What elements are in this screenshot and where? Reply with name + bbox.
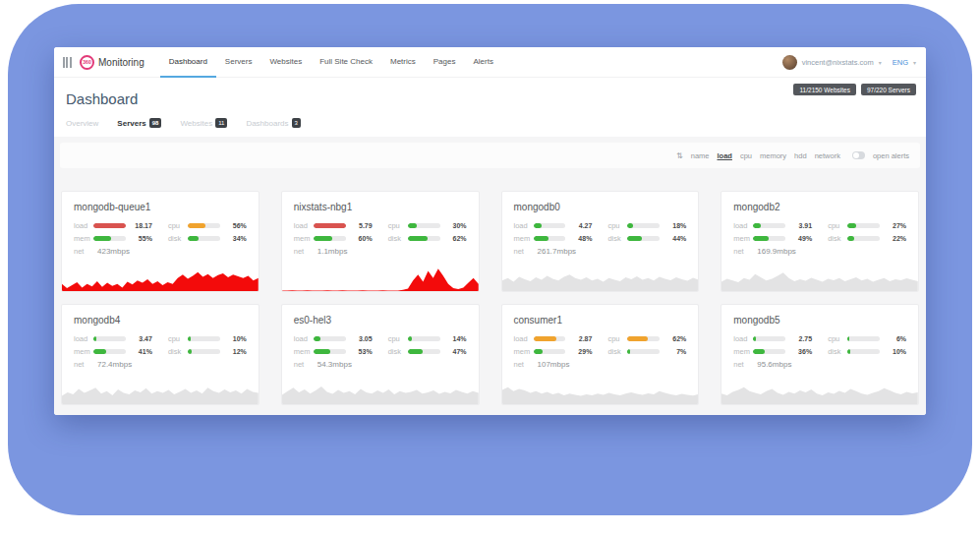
stat-label: net — [294, 360, 310, 369]
server-card[interactable]: mongodb0 load 4.27 cpu 18% mem 48% disk … — [501, 191, 700, 292]
stat-label: mem — [74, 234, 89, 243]
net-value: 54.3mbps — [317, 360, 352, 369]
nav-item-dashboard[interactable]: Dashboard — [160, 47, 216, 78]
stat-value: 7% — [663, 348, 686, 355]
server-name: mongodb5 — [721, 305, 918, 334]
sort-by-memory[interactable]: memory — [760, 151, 786, 160]
server-name: nixstats-nbg1 — [282, 192, 479, 221]
server-card[interactable]: mongodb4 load 3.47 cpu 10% mem 41% disk … — [61, 304, 259, 405]
stat-value: 3.91 — [789, 222, 812, 229]
brand-logo[interactable]: 360 Monitoring — [80, 55, 144, 70]
app-window: 360 Monitoring Dashboard Servers Website… — [54, 47, 926, 415]
server-card[interactable]: mongodb5 load 2.75 cpu 6% mem 36% disk 1… — [721, 304, 919, 405]
stat-label: net — [74, 247, 89, 256]
sort-by-hdd[interactable]: hdd — [794, 151, 807, 160]
server-card[interactable]: consumer1 load 2.87 cpu 62% mem 29% disk… — [501, 304, 700, 405]
disk-progress-bar — [627, 349, 660, 354]
sparkline-chart — [721, 266, 918, 291]
net-value: 1.1mbps — [317, 247, 348, 256]
tab-websites[interactable]: Websites 11 — [180, 118, 227, 128]
server-stats: load 18.17 cpu 56% mem 55% disk 34% net — [62, 221, 259, 256]
stat-net: net 72.4mbps — [74, 360, 152, 369]
stat-disk: disk 12% — [168, 347, 247, 356]
tab-dashboards[interactable]: Dashboards 3 — [246, 118, 300, 128]
mem-progress-bar — [93, 236, 126, 241]
load-progress-bar — [534, 223, 566, 228]
mem-progress-bar — [534, 349, 566, 354]
stat-value: 2.87 — [569, 335, 592, 342]
tab-overview[interactable]: Overview — [66, 119, 98, 128]
stat-net: net 1.1mbps — [294, 247, 373, 256]
stat-load: load 3.47 — [74, 334, 152, 343]
net-value: 169.9mbps — [757, 247, 796, 256]
stat-value: 30% — [444, 222, 467, 229]
chevron-down-icon: ▾ — [913, 59, 916, 66]
cpu-progress-bar — [188, 223, 220, 228]
stat-label: disk — [607, 234, 623, 243]
stat-disk: disk 10% — [828, 347, 906, 356]
stat-disk: disk 62% — [388, 234, 467, 243]
mem-progress-bar — [534, 236, 566, 241]
sparkline-chart — [282, 266, 479, 291]
server-card[interactable]: nixstats-nbg1 load 5.79 cpu 30% mem 60% … — [281, 191, 480, 292]
stat-value: 29% — [569, 348, 592, 355]
servers-counter-badge[interactable]: 97/220 Servers — [861, 84, 916, 95]
stat-load: load 3.91 — [733, 221, 812, 230]
server-name: consumer1 — [502, 305, 699, 334]
language-selector[interactable]: ENG — [893, 58, 908, 67]
disk-progress-bar — [188, 349, 220, 354]
stat-disk: disk 7% — [607, 347, 686, 356]
sort-by-cpu[interactable]: cpu — [740, 151, 752, 160]
stat-label: load — [733, 221, 749, 230]
server-card[interactable]: mongodb-queue1 load 18.17 cpu 56% mem 55… — [61, 191, 259, 292]
nav-item-pages[interactable]: Pages — [425, 47, 465, 78]
nav-item-servers[interactable]: Servers — [216, 47, 261, 78]
nav-item-websites[interactable]: Websites — [260, 47, 311, 78]
server-card[interactable]: es0-hel3 load 3.05 cpu 14% mem 53% disk … — [281, 304, 480, 405]
stat-value: 47% — [444, 348, 467, 355]
apps-grid-icon[interactable] — [63, 57, 72, 68]
stat-label: disk — [168, 347, 184, 356]
sort-by-name[interactable]: name — [691, 151, 710, 160]
user-menu[interactable]: vincent@nixstats.com ▾ ENG ▾ — [782, 55, 916, 70]
server-stats: load 2.75 cpu 6% mem 36% disk 10% net — [721, 334, 918, 369]
disk-progress-bar — [847, 349, 880, 354]
tab-servers[interactable]: Servers 98 — [117, 118, 161, 128]
cpu-progress-bar — [627, 336, 660, 341]
open-alerts-toggle[interactable] — [852, 151, 865, 159]
tab-count-badge: 3 — [292, 118, 301, 128]
stat-cpu: cpu 30% — [388, 221, 467, 230]
stat-value: 3.05 — [350, 335, 373, 342]
stat-disk: disk 34% — [168, 234, 247, 243]
stat-load: load 2.87 — [514, 334, 593, 343]
nav-item-full-site-check[interactable]: Full Site Check — [311, 47, 381, 78]
cpu-progress-bar — [847, 223, 880, 228]
stat-mem: mem 36% — [733, 347, 812, 356]
stat-label: mem — [294, 347, 310, 356]
server-card[interactable]: mongodb2 load 3.91 cpu 27% mem 49% disk … — [721, 191, 919, 292]
mem-progress-bar — [93, 349, 126, 354]
stat-load: load 3.05 — [294, 334, 373, 343]
sort-by-network[interactable]: network — [815, 151, 840, 160]
load-progress-bar — [534, 336, 566, 341]
stat-value: 48% — [569, 235, 592, 242]
disk-progress-bar — [408, 236, 440, 241]
stat-net: net 423mbps — [74, 247, 152, 256]
open-alerts-label[interactable]: open alerts — [873, 151, 909, 160]
stat-label: load — [74, 334, 89, 343]
stat-value: 4.27 — [569, 222, 592, 229]
nav-item-alerts[interactable]: Alerts — [464, 47, 501, 78]
stat-value: 53% — [350, 348, 373, 355]
nav-item-metrics[interactable]: Metrics — [381, 47, 425, 78]
stat-mem: mem 49% — [733, 234, 812, 243]
user-avatar[interactable] — [782, 55, 797, 70]
user-email[interactable]: vincent@nixstats.com — [802, 58, 874, 67]
websites-counter-badge[interactable]: 11/2150 Websites — [793, 84, 855, 95]
server-stats: load 3.47 cpu 10% mem 41% disk 12% net — [62, 334, 259, 369]
sort-by-load[interactable]: load — [718, 151, 732, 160]
server-stats: load 5.79 cpu 30% mem 60% disk 62% net — [282, 221, 479, 256]
content-area: ⇅ name load cpu memory hdd network open … — [54, 137, 926, 415]
stat-label: mem — [514, 234, 530, 243]
stat-disk: disk 44% — [607, 234, 686, 243]
stat-load: load 2.75 — [733, 334, 812, 343]
